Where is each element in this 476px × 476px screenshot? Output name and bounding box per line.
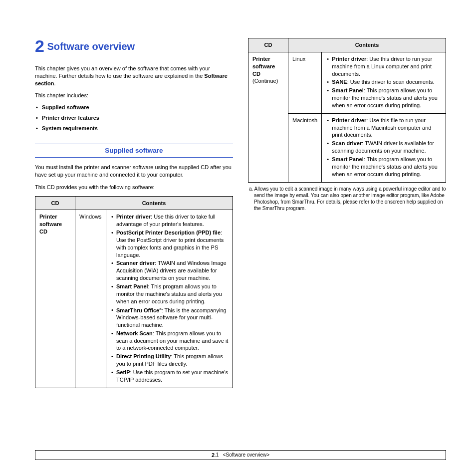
table-header: Contents	[288, 38, 446, 52]
chapter-title: 2 Software overview	[35, 35, 233, 58]
section-heading: Supplied software	[35, 144, 233, 158]
table-header: Contents	[75, 196, 233, 210]
contents-cell: Printer driver: Use this driver to take …	[106, 210, 233, 388]
software-item: Smart Panel: This program allows you to …	[116, 283, 229, 306]
os-cell: Linux	[288, 52, 322, 113]
contents-cell: Printer driver: Use this file to run you…	[322, 113, 446, 182]
table-header: CD	[248, 38, 288, 52]
left-column: 2 Software overview This chapter gives y…	[35, 35, 233, 388]
footnote: a. Allows you to edit a scanned image in…	[248, 183, 446, 212]
os-cell: Windows	[75, 210, 106, 388]
includes-label: This chapter includes:	[35, 92, 233, 99]
software-item: Direct Printing Utility: This program al…	[116, 353, 229, 369]
software-item: Smart Panel: This program allows you to …	[332, 87, 442, 110]
section-paragraph: You must install the printer and scanner…	[35, 164, 233, 179]
software-item: Scanner driver: TWAIN and Windows Image …	[116, 259, 229, 283]
page-footer: 2.1 <Software overview>	[35, 450, 446, 460]
cd-name-cell: Printer software CD	[35, 210, 75, 388]
software-item: SetIP: Use this program to set your mach…	[116, 369, 229, 385]
contents-cell: Printer driver: Use this driver to run y…	[322, 52, 446, 113]
chapter-toc: Supplied software Printer driver feature…	[35, 102, 233, 134]
software-table-left: CD Contents Printer software CD Windows …	[35, 196, 233, 388]
toc-item: System requirements	[35, 123, 233, 134]
software-item: SmarThru Officea: This is the accompanyi…	[116, 306, 229, 330]
software-table-right: CD Contents Printer software CD (Continu…	[248, 38, 446, 183]
software-item: Scan driver: TWAIN driver is available f…	[332, 140, 442, 156]
os-cell: Macintosh	[288, 113, 322, 182]
footer-crumb: <Software overview>	[223, 452, 269, 459]
intro-paragraph: This chapter gives you an overview of th…	[35, 65, 233, 87]
right-column: CD Contents Printer software CD (Continu…	[248, 35, 446, 388]
section-paragraph: This CD provides you with the following …	[35, 184, 233, 191]
software-item: Smart Panel: This program allows you to …	[332, 156, 442, 179]
toc-item: Supplied software	[35, 102, 233, 113]
chapter-number: 2	[35, 36, 44, 55]
chapter-title-text: Software overview	[47, 41, 135, 52]
software-item: Printer driver: Use this driver to run y…	[332, 55, 442, 79]
software-item: PostScript Printer Description (PPD) fil…	[116, 229, 229, 259]
software-item: Printer driver: Use this file to run you…	[332, 117, 442, 140]
software-item: SANE: Use this driver to scan documents.	[332, 78, 442, 87]
toc-item: Printer driver features	[35, 113, 233, 123]
software-item: Network Scan: This program allows you to…	[116, 330, 229, 353]
software-item: Printer driver: Use this driver to take …	[116, 213, 229, 229]
table-header: CD	[35, 196, 75, 210]
page-number: .1	[215, 452, 219, 459]
cd-name-cell: Printer software CD (Continue)	[248, 52, 288, 182]
